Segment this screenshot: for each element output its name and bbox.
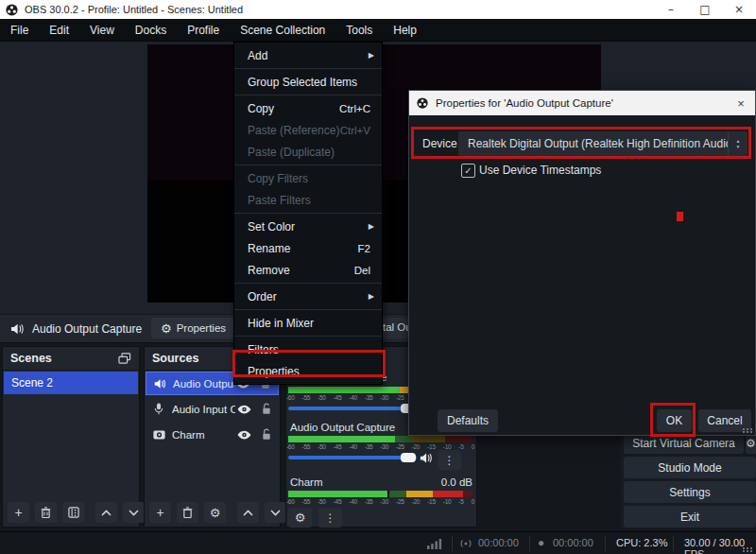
menu-item-copy[interactable]: Copy Ctrl+C bbox=[234, 97, 382, 119]
source-properties-button[interactable]: ⚙ Properties bbox=[151, 318, 235, 338]
source-row-charm[interactable]: Charm bbox=[146, 423, 279, 446]
lock-icon[interactable] bbox=[258, 428, 275, 441]
window-title: OBS 30.0.2 - Profile: Untitled - Scenes:… bbox=[25, 4, 654, 15]
plus-icon: + bbox=[14, 505, 22, 520]
meter-scale-tick: -60 bbox=[286, 498, 295, 505]
menu-item-remove[interactable]: Remove Del bbox=[234, 259, 382, 281]
dialog-resize-grip[interactable] bbox=[743, 428, 753, 433]
dialog-close-button[interactable]: × bbox=[727, 96, 755, 111]
menu-item-paste-duplicate[interactable]: Paste (Duplicate) bbox=[234, 141, 382, 163]
trash-icon bbox=[41, 507, 51, 518]
defaults-button[interactable]: Defaults bbox=[438, 409, 498, 432]
use-device-timestamps-label: Use Device Timestamps bbox=[479, 164, 601, 177]
meter-scale-tick: 0 bbox=[472, 443, 474, 450]
meter-scale-tick: -60 bbox=[286, 443, 295, 450]
remove-scene-button[interactable] bbox=[35, 502, 57, 523]
meter-scale-tick: -30 bbox=[380, 498, 388, 505]
menu-item-group-selected-items[interactable]: Group Selected Items bbox=[234, 71, 382, 93]
mixer-gears-button[interactable]: ⚙ bbox=[288, 508, 312, 528]
signal-bars-icon bbox=[427, 538, 442, 549]
volume-slider-audio-output[interactable] bbox=[288, 456, 417, 459]
chevron-up-icon bbox=[243, 510, 253, 516]
mixer-options-button[interactable]: ⋮ bbox=[318, 508, 342, 528]
menu-scene-collection[interactable]: Scene Collection bbox=[230, 20, 335, 41]
obs-logo-icon bbox=[6, 4, 18, 16]
meter-scale-tick: -20 bbox=[412, 498, 421, 505]
record-dot-icon: ● bbox=[538, 536, 544, 549]
meter-scale-tick: -5 bbox=[458, 443, 463, 450]
volume-slider-handle[interactable] bbox=[401, 453, 416, 462]
mixer-options-button[interactable]: ⋮ bbox=[438, 450, 461, 470]
scene-move-up-button[interactable] bbox=[95, 502, 117, 523]
scene-filters-button[interactable] bbox=[62, 502, 84, 523]
menu-item-rename[interactable]: Rename F2 bbox=[234, 237, 382, 259]
obs-logo-icon bbox=[417, 97, 428, 109]
use-device-timestamps-checkbox[interactable]: ✓ bbox=[461, 164, 475, 178]
dialog-title-bar: Properties for 'Audio Output Capture' × bbox=[409, 91, 755, 115]
meter-scale-tick: -45 bbox=[334, 498, 342, 505]
resize-grip[interactable] bbox=[743, 547, 753, 552]
trash-icon bbox=[182, 507, 193, 518]
menu-item-copy-filters[interactable]: Copy Filters bbox=[234, 167, 382, 189]
meter-scale-tick: -35 bbox=[365, 498, 373, 505]
record-timer: 00:00:00 bbox=[553, 537, 593, 548]
menu-tools[interactable]: Tools bbox=[335, 20, 383, 41]
studio-mode-button[interactable]: Studio Mode bbox=[624, 457, 756, 478]
source-move-up-button[interactable] bbox=[237, 502, 259, 523]
status-bar: 00:00:00 ● 00:00:00 CPU: 2.3% 30.00 / 30… bbox=[0, 531, 756, 554]
exit-button[interactable]: Exit bbox=[624, 506, 756, 528]
menu-edit[interactable]: Edit bbox=[39, 20, 79, 41]
menu-item-set-color[interactable]: Set Color ▶ bbox=[234, 216, 382, 237]
menu-profile[interactable]: Profile bbox=[177, 20, 230, 41]
meter-scale-tick: -45 bbox=[334, 394, 342, 401]
plus-icon: + bbox=[156, 505, 163, 520]
meter-scale-tick: -30 bbox=[380, 394, 388, 401]
meter-scale-tick: -50 bbox=[318, 394, 326, 401]
meter-scale: -60-55-50-45-40-35-30-25-20-15-10-50 bbox=[286, 498, 474, 505]
source-toolbar-label: Audio Output Capture bbox=[32, 322, 142, 336]
menu-docks[interactable]: Docks bbox=[125, 20, 177, 41]
shortcut-label: Ctrl+C bbox=[339, 103, 370, 114]
visibility-eye-icon[interactable] bbox=[235, 405, 252, 414]
settings-button[interactable]: Settings bbox=[624, 481, 756, 503]
scene-move-down-button[interactable] bbox=[123, 502, 145, 523]
meter-scale-tick: -15 bbox=[427, 443, 436, 450]
gear-icon: ⚙ bbox=[210, 506, 221, 520]
submenu-arrow-icon: ▶ bbox=[369, 51, 374, 60]
dock-popout-icon[interactable] bbox=[118, 353, 131, 364]
gears-icon: ⚙ bbox=[295, 511, 306, 525]
add-source-button[interactable]: + bbox=[149, 502, 171, 523]
menu-file[interactable]: File bbox=[0, 20, 39, 41]
menu-help[interactable]: Help bbox=[383, 20, 427, 41]
source-row-audio-input[interactable]: Audio Input Cap bbox=[146, 397, 279, 421]
menu-item-hide-in-mixer[interactable]: Hide in Mixer bbox=[234, 312, 382, 334]
speaker-mute-icon[interactable] bbox=[419, 451, 433, 468]
lock-icon[interactable] bbox=[258, 403, 275, 415]
submenu-arrow-icon: ▶ bbox=[369, 222, 374, 231]
speaker-icon bbox=[9, 322, 25, 336]
scene-item-scene-2[interactable]: Scene 2 bbox=[4, 372, 138, 394]
remove-source-button[interactable] bbox=[177, 502, 198, 523]
add-scene-button[interactable]: + bbox=[8, 502, 29, 523]
menu-item-add[interactable]: Add ▶ bbox=[234, 44, 382, 66]
close-button[interactable]: × bbox=[722, 0, 756, 19]
mixer-entry-name: Charm bbox=[290, 476, 323, 488]
menu-item-order[interactable]: Order ▶ bbox=[234, 286, 382, 307]
menu-view[interactable]: View bbox=[79, 20, 125, 41]
menu-item-paste-reference[interactable]: Paste (Reference) Ctrl+V bbox=[234, 119, 382, 141]
minimize-button[interactable]: – bbox=[654, 0, 688, 19]
source-properties-toolbar-button[interactable]: ⚙ bbox=[204, 502, 226, 523]
visibility-eye-icon[interactable] bbox=[235, 430, 252, 440]
annotation-red-dot bbox=[677, 212, 683, 221]
submenu-arrow-icon: ▶ bbox=[369, 292, 374, 301]
scenes-toolbar: + bbox=[3, 500, 145, 525]
volume-slider-audio-input[interactable] bbox=[288, 407, 417, 410]
maximize-button[interactable]: □ bbox=[688, 0, 722, 19]
speaker-icon bbox=[152, 378, 167, 390]
menu-item-paste-filters[interactable]: Paste Filters bbox=[234, 189, 382, 211]
volume-meter-audio-output bbox=[288, 436, 472, 442]
source-move-down-button[interactable] bbox=[265, 502, 286, 523]
source-device-partial-text: tal Out bbox=[383, 321, 408, 333]
meter-scale-tick: -25 bbox=[396, 394, 404, 401]
sources-toolbar: + ⚙ bbox=[145, 500, 286, 525]
